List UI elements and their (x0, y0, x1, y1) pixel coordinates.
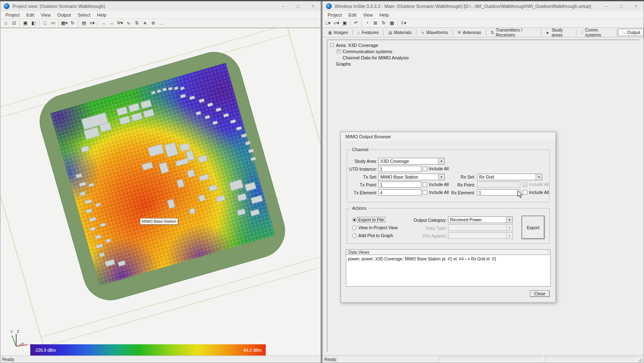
add-plot-to-graph-radio[interactable] (352, 233, 357, 238)
tab-transmitters-receivers[interactable]: ⇅Transmitters / Receivers (487, 26, 540, 39)
close-button[interactable]: × (629, 1, 644, 11)
tree-item-communication-systems[interactable]: + Communication systems (337, 48, 640, 54)
tree-item-channel-data[interactable]: · Channel Data for MIMO Analysis (337, 54, 640, 61)
coverage-scene[interactable] (0, 28, 321, 356)
3d-viewport[interactable]: MIMO Base Station Y Z X -226.9 dBm -84.2… (0, 28, 321, 356)
menu-output[interactable]: Output (54, 12, 74, 17)
rx-element-include-all-checkbox[interactable] (523, 190, 527, 195)
tx-point-input[interactable] (378, 182, 421, 188)
solid-box-icon[interactable]: ▭ (49, 19, 57, 27)
refresh-icon[interactable]: ↻ (380, 19, 388, 27)
print-icon[interactable]: ⊡ (10, 19, 18, 27)
save-project-icon[interactable]: ▣ (340, 19, 349, 27)
rx-element-input[interactable] (477, 189, 520, 196)
dropdown-arrow-icon[interactable]: ▾ (438, 158, 444, 164)
tab-comm-systems[interactable]: ∴Comm. systems (578, 26, 615, 39)
toolbar-separator (39, 20, 39, 26)
dialog-titlebar[interactable]: MIMO Output Browser (341, 132, 556, 142)
tab-materials[interactable]: ▤Materials (385, 29, 415, 36)
status-panel (545, 357, 637, 362)
dropdown-arrow-icon[interactable]: ▾ (536, 174, 542, 180)
menu-project[interactable]: Project (324, 12, 345, 17)
expand-icon[interactable]: + (337, 49, 340, 53)
txrx-display-icon[interactable]: ⇅ (132, 19, 141, 27)
tab-antennas[interactable]: ΨAntennas (454, 29, 485, 36)
dropdown-arrow-icon[interactable]: ▾ (506, 217, 512, 223)
maximize-button[interactable]: □ (291, 1, 306, 11)
output-category-combo[interactable]: Received Power ▾ (448, 216, 513, 223)
menu-view[interactable]: View (37, 12, 54, 17)
orbit-view-icon[interactable]: ↻ (69, 19, 77, 27)
menu-edit[interactable]: Edit (345, 12, 360, 17)
resize-grip[interactable]: ◢ (638, 356, 644, 363)
tab-images[interactable]: ▦Images (325, 29, 351, 36)
radiate-display-icon[interactable]: ∗ (141, 19, 149, 27)
image-options-icon[interactable]: ▦▾ (60, 19, 69, 27)
tab-separator (576, 29, 576, 36)
collapse-icon[interactable]: - (330, 43, 334, 47)
features-icon: ⌂ (358, 30, 360, 35)
study-area-combo[interactable]: X3D Coverage ▾ (378, 158, 445, 164)
study-area-label: Study Area: (344, 159, 377, 164)
scene-book-icon[interactable]: ▤ (80, 19, 88, 27)
run-export-icon[interactable]: ⇩▾ (399, 19, 407, 27)
close-button[interactable]: × (306, 1, 321, 11)
tree-item-area-x3d-coverage[interactable]: - Area: X3D Coverage (330, 42, 640, 48)
export-to-file-label[interactable]: Export to File (357, 217, 385, 223)
tx-element-input[interactable] (378, 189, 421, 196)
menu-project[interactable]: Project (2, 12, 23, 17)
select-mode-icon[interactable]: ▣ (21, 19, 29, 27)
menu-view[interactable]: View (360, 12, 376, 17)
tab-output[interactable]: →Output (618, 29, 644, 36)
new-project-icon[interactable]: □▾ (324, 19, 332, 27)
waveform-display-icon[interactable]: ∿ (124, 19, 132, 27)
data-views-list[interactable]: power; power; X3D Coverage; MIMO Base St… (346, 255, 551, 287)
menu-select[interactable]: Select (74, 12, 94, 17)
wireframe-box-icon[interactable]: □ (41, 19, 49, 27)
hierarchy-icon[interactable]: ⊞ (371, 19, 380, 27)
menu-edit[interactable]: Edit (23, 12, 37, 17)
film-grid-icon[interactable]: ▦ (388, 19, 396, 27)
open-project-icon[interactable]: ▱▾ (332, 19, 340, 27)
close-dialog-button[interactable]: Close (530, 290, 550, 297)
utd-instance-input[interactable] (378, 166, 421, 172)
view-in-project-view-radio[interactable] (352, 226, 357, 230)
move-in-icon[interactable]: → (99, 19, 108, 27)
toolbar-separator (20, 20, 20, 26)
tab-features[interactable]: ⌂Features (354, 29, 382, 36)
maximize-button[interactable]: □ (614, 1, 629, 11)
pick-icon[interactable]: ⊛ (149, 19, 157, 27)
view-in-project-view-label[interactable]: View in Project View (358, 225, 398, 230)
data-view-row[interactable]: power; power; X3D Coverage; MIMO Base St… (348, 256, 549, 262)
rx-set-combo[interactable]: Rx Grid ▾ (477, 174, 542, 180)
new-view-icon[interactable]: ⌂ (2, 19, 10, 27)
menu-help[interactable]: Help (376, 12, 392, 17)
tab-separator (416, 29, 416, 36)
toolbar-overflow-icon[interactable]: … (157, 19, 166, 27)
tab-label: Transmitters / Receivers (496, 27, 536, 37)
tx-element-include-all-checkbox[interactable] (423, 190, 427, 195)
tab-study-areas[interactable]: ►Study areas (543, 26, 575, 39)
world-clock-icon[interactable]: ◔ (363, 19, 371, 27)
antenna-display-icon[interactable]: Ψ▾ (116, 19, 124, 27)
left-titlebar[interactable]: Project view: (Outdoor Scenario Walkthro… (0, 1, 321, 11)
minimize-button[interactable]: – (276, 1, 291, 11)
minimize-button[interactable]: – (599, 1, 614, 11)
right-titlebar[interactable]: Wireless InSite 3.3.3.2 - Main: (Outdoor… (323, 1, 644, 11)
add-plot-to-graph-label[interactable]: Add Plot to Graph (358, 233, 393, 238)
tree-label: Area: X3D Coverage (336, 43, 378, 48)
display-list-icon[interactable]: ≡▾ (88, 19, 96, 27)
tab-waveforms[interactable]: ∿Waveforms (418, 29, 451, 36)
export-to-file-radio[interactable] (352, 218, 357, 222)
tree-item-graphs[interactable]: · Graphs (330, 61, 640, 67)
pan-icon[interactable]: ↔ (108, 19, 116, 27)
undo-icon[interactable]: ↶ (352, 19, 360, 27)
fill-style-icon[interactable]: ◧ (29, 19, 38, 27)
tx-point-include-all-checkbox[interactable] (423, 182, 427, 187)
tx-set-combo[interactable]: MIMO Base Station ▾ (378, 174, 445, 180)
utd-include-all-checkbox[interactable] (423, 167, 427, 171)
rx-element-include-all-label: Include All (529, 190, 549, 195)
export-button[interactable]: Export (522, 216, 545, 239)
left-status-text: Ready. (0, 357, 321, 362)
menu-help[interactable]: Help (93, 12, 110, 17)
